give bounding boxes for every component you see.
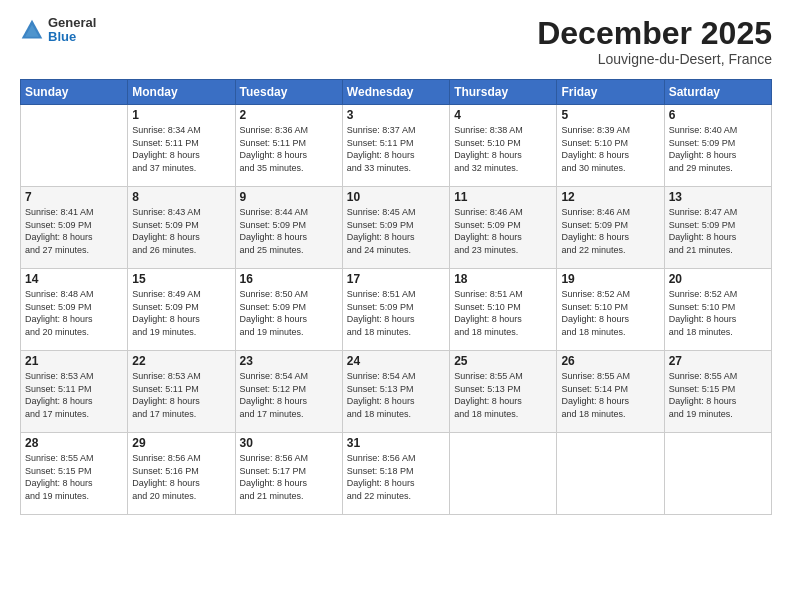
- day-info: Sunrise: 8:46 AM Sunset: 5:09 PM Dayligh…: [561, 206, 659, 256]
- day-number: 21: [25, 354, 123, 368]
- day-number: 2: [240, 108, 338, 122]
- page: General Blue December 2025 Louvigne-du-D…: [0, 0, 792, 612]
- day-number: 5: [561, 108, 659, 122]
- day-number: 31: [347, 436, 445, 450]
- day-info: Sunrise: 8:38 AM Sunset: 5:10 PM Dayligh…: [454, 124, 552, 174]
- day-info: Sunrise: 8:40 AM Sunset: 5:09 PM Dayligh…: [669, 124, 767, 174]
- day-number: 8: [132, 190, 230, 204]
- calendar-cell: 2Sunrise: 8:36 AM Sunset: 5:11 PM Daylig…: [235, 105, 342, 187]
- day-info: Sunrise: 8:51 AM Sunset: 5:09 PM Dayligh…: [347, 288, 445, 338]
- day-info: Sunrise: 8:55 AM Sunset: 5:15 PM Dayligh…: [25, 452, 123, 502]
- month-title: December 2025: [537, 16, 772, 51]
- calendar-cell: 28Sunrise: 8:55 AM Sunset: 5:15 PM Dayli…: [21, 433, 128, 515]
- day-number: 29: [132, 436, 230, 450]
- day-info: Sunrise: 8:56 AM Sunset: 5:17 PM Dayligh…: [240, 452, 338, 502]
- title-block: December 2025 Louvigne-du-Desert, France: [537, 16, 772, 67]
- calendar-cell: 9Sunrise: 8:44 AM Sunset: 5:09 PM Daylig…: [235, 187, 342, 269]
- day-number: 3: [347, 108, 445, 122]
- calendar-cell: 17Sunrise: 8:51 AM Sunset: 5:09 PM Dayli…: [342, 269, 449, 351]
- day-info: Sunrise: 8:45 AM Sunset: 5:09 PM Dayligh…: [347, 206, 445, 256]
- calendar-cell: 19Sunrise: 8:52 AM Sunset: 5:10 PM Dayli…: [557, 269, 664, 351]
- calendar-cell: 16Sunrise: 8:50 AM Sunset: 5:09 PM Dayli…: [235, 269, 342, 351]
- calendar-cell: 8Sunrise: 8:43 AM Sunset: 5:09 PM Daylig…: [128, 187, 235, 269]
- day-number: 11: [454, 190, 552, 204]
- calendar: SundayMondayTuesdayWednesdayThursdayFrid…: [20, 79, 772, 515]
- calendar-cell: [450, 433, 557, 515]
- calendar-cell: 5Sunrise: 8:39 AM Sunset: 5:10 PM Daylig…: [557, 105, 664, 187]
- day-info: Sunrise: 8:56 AM Sunset: 5:16 PM Dayligh…: [132, 452, 230, 502]
- calendar-cell: 24Sunrise: 8:54 AM Sunset: 5:13 PM Dayli…: [342, 351, 449, 433]
- day-number: 27: [669, 354, 767, 368]
- day-number: 30: [240, 436, 338, 450]
- day-info: Sunrise: 8:43 AM Sunset: 5:09 PM Dayligh…: [132, 206, 230, 256]
- logo-icon: [20, 18, 44, 42]
- day-number: 13: [669, 190, 767, 204]
- day-number: 14: [25, 272, 123, 286]
- calendar-week-row: 14Sunrise: 8:48 AM Sunset: 5:09 PM Dayli…: [21, 269, 772, 351]
- day-number: 22: [132, 354, 230, 368]
- day-number: 26: [561, 354, 659, 368]
- calendar-cell: 3Sunrise: 8:37 AM Sunset: 5:11 PM Daylig…: [342, 105, 449, 187]
- logo-line2: Blue: [48, 30, 96, 44]
- day-number: 4: [454, 108, 552, 122]
- calendar-day-header: Sunday: [21, 80, 128, 105]
- location: Louvigne-du-Desert, France: [537, 51, 772, 67]
- calendar-cell: 15Sunrise: 8:49 AM Sunset: 5:09 PM Dayli…: [128, 269, 235, 351]
- calendar-week-row: 1Sunrise: 8:34 AM Sunset: 5:11 PM Daylig…: [21, 105, 772, 187]
- day-number: 28: [25, 436, 123, 450]
- calendar-week-row: 7Sunrise: 8:41 AM Sunset: 5:09 PM Daylig…: [21, 187, 772, 269]
- calendar-cell: 27Sunrise: 8:55 AM Sunset: 5:15 PM Dayli…: [664, 351, 771, 433]
- day-info: Sunrise: 8:51 AM Sunset: 5:10 PM Dayligh…: [454, 288, 552, 338]
- calendar-cell: 20Sunrise: 8:52 AM Sunset: 5:10 PM Dayli…: [664, 269, 771, 351]
- calendar-cell: 30Sunrise: 8:56 AM Sunset: 5:17 PM Dayli…: [235, 433, 342, 515]
- day-info: Sunrise: 8:56 AM Sunset: 5:18 PM Dayligh…: [347, 452, 445, 502]
- day-number: 7: [25, 190, 123, 204]
- calendar-cell: 23Sunrise: 8:54 AM Sunset: 5:12 PM Dayli…: [235, 351, 342, 433]
- day-number: 9: [240, 190, 338, 204]
- day-info: Sunrise: 8:39 AM Sunset: 5:10 PM Dayligh…: [561, 124, 659, 174]
- calendar-day-header: Monday: [128, 80, 235, 105]
- day-info: Sunrise: 8:53 AM Sunset: 5:11 PM Dayligh…: [132, 370, 230, 420]
- day-info: Sunrise: 8:52 AM Sunset: 5:10 PM Dayligh…: [561, 288, 659, 338]
- calendar-cell: 25Sunrise: 8:55 AM Sunset: 5:13 PM Dayli…: [450, 351, 557, 433]
- calendar-cell: [557, 433, 664, 515]
- calendar-day-header: Tuesday: [235, 80, 342, 105]
- day-info: Sunrise: 8:36 AM Sunset: 5:11 PM Dayligh…: [240, 124, 338, 174]
- day-info: Sunrise: 8:37 AM Sunset: 5:11 PM Dayligh…: [347, 124, 445, 174]
- day-info: Sunrise: 8:41 AM Sunset: 5:09 PM Dayligh…: [25, 206, 123, 256]
- day-number: 6: [669, 108, 767, 122]
- day-number: 10: [347, 190, 445, 204]
- day-info: Sunrise: 8:54 AM Sunset: 5:13 PM Dayligh…: [347, 370, 445, 420]
- calendar-day-header: Thursday: [450, 80, 557, 105]
- day-info: Sunrise: 8:50 AM Sunset: 5:09 PM Dayligh…: [240, 288, 338, 338]
- day-info: Sunrise: 8:55 AM Sunset: 5:13 PM Dayligh…: [454, 370, 552, 420]
- calendar-cell: 6Sunrise: 8:40 AM Sunset: 5:09 PM Daylig…: [664, 105, 771, 187]
- day-info: Sunrise: 8:49 AM Sunset: 5:09 PM Dayligh…: [132, 288, 230, 338]
- day-number: 15: [132, 272, 230, 286]
- calendar-cell: 29Sunrise: 8:56 AM Sunset: 5:16 PM Dayli…: [128, 433, 235, 515]
- calendar-cell: [664, 433, 771, 515]
- day-info: Sunrise: 8:52 AM Sunset: 5:10 PM Dayligh…: [669, 288, 767, 338]
- logo: General Blue: [20, 16, 96, 45]
- calendar-cell: 4Sunrise: 8:38 AM Sunset: 5:10 PM Daylig…: [450, 105, 557, 187]
- calendar-header-row: SundayMondayTuesdayWednesdayThursdayFrid…: [21, 80, 772, 105]
- calendar-week-row: 21Sunrise: 8:53 AM Sunset: 5:11 PM Dayli…: [21, 351, 772, 433]
- day-number: 16: [240, 272, 338, 286]
- day-number: 25: [454, 354, 552, 368]
- calendar-cell: 13Sunrise: 8:47 AM Sunset: 5:09 PM Dayli…: [664, 187, 771, 269]
- calendar-week-row: 28Sunrise: 8:55 AM Sunset: 5:15 PM Dayli…: [21, 433, 772, 515]
- day-info: Sunrise: 8:47 AM Sunset: 5:09 PM Dayligh…: [669, 206, 767, 256]
- logo-line1: General: [48, 16, 96, 30]
- day-number: 20: [669, 272, 767, 286]
- calendar-cell: 7Sunrise: 8:41 AM Sunset: 5:09 PM Daylig…: [21, 187, 128, 269]
- day-info: Sunrise: 8:55 AM Sunset: 5:15 PM Dayligh…: [669, 370, 767, 420]
- calendar-cell: 10Sunrise: 8:45 AM Sunset: 5:09 PM Dayli…: [342, 187, 449, 269]
- logo-text: General Blue: [48, 16, 96, 45]
- calendar-day-header: Friday: [557, 80, 664, 105]
- day-number: 17: [347, 272, 445, 286]
- day-info: Sunrise: 8:48 AM Sunset: 5:09 PM Dayligh…: [25, 288, 123, 338]
- calendar-cell: 31Sunrise: 8:56 AM Sunset: 5:18 PM Dayli…: [342, 433, 449, 515]
- calendar-day-header: Saturday: [664, 80, 771, 105]
- calendar-cell: 12Sunrise: 8:46 AM Sunset: 5:09 PM Dayli…: [557, 187, 664, 269]
- day-info: Sunrise: 8:54 AM Sunset: 5:12 PM Dayligh…: [240, 370, 338, 420]
